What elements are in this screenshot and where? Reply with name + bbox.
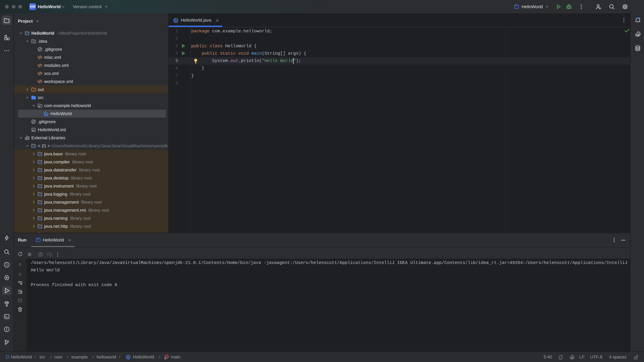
svg-text:m: m [166,355,168,358]
